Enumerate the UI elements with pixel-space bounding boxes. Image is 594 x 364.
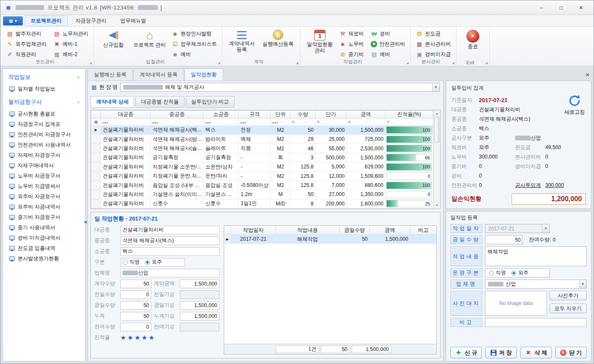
note-input[interactable] (485, 318, 587, 327)
hq-mgmt-cost-button[interactable]: ▦본사관리비 (414, 40, 453, 49)
column-header[interactable] (91, 111, 101, 118)
spare-work-button[interactable]: ▤예비 (369, 50, 407, 59)
progress-cell[interactable]: 100 (385, 125, 433, 134)
mid-type-field[interactable]: 석면재 해체공사(텍스) (120, 236, 219, 245)
today-amount-field[interactable]: 1,500,000 (180, 301, 219, 310)
total-input-link[interactable]: 공사투입계 (515, 182, 545, 189)
site-name-select[interactable]: 해체 및 제거공사 ▼ (120, 83, 440, 92)
close-panel-button[interactable]: 닫 기 (555, 347, 587, 358)
daily-work-status-mgmt-button[interactable]: 일작업현황 관리 (304, 28, 336, 55)
refresh-button[interactable]: 새로고침 (564, 93, 585, 116)
radio-outsourced[interactable] (145, 260, 150, 265)
dropdown-arrow-icon[interactable]: ▼ (579, 280, 586, 288)
scroll-thumb[interactable] (435, 117, 439, 143)
doc-tab-execution-budget[interactable]: 실행예산 등록 (88, 68, 133, 81)
sidebar-item[interactable]: 안전관리비 자금청구서 (3, 129, 85, 140)
app-menu-button[interactable]: ▦▾ (3, 16, 23, 25)
dialog-launcher-icon[interactable]: ◢ (485, 61, 488, 65)
menu-tab-manual[interactable]: 업무메뉴얼 (114, 16, 152, 26)
column-header[interactable]: 수량 (291, 111, 316, 118)
sidebar-item[interactable]: 자재구매내역서 (3, 160, 85, 171)
contract-qty-field[interactable]: 50 (120, 280, 151, 288)
column-header[interactable] (224, 226, 231, 234)
column-header[interactable]: 작업내용 (276, 226, 340, 234)
vertical-scrollbar[interactable]: ▲ ▼ (433, 110, 440, 208)
progress-cell[interactable]: 100 (385, 162, 433, 171)
column-header[interactable]: 금액 (370, 226, 410, 234)
work-checklist-button[interactable]: ☑업무체크리스트 (170, 40, 219, 49)
dialog-launcher-icon[interactable]: ◢ (218, 61, 220, 65)
total-qty-field[interactable]: 50 (120, 312, 151, 320)
grid-empty-area[interactable] (224, 244, 436, 344)
sidebar-item[interactable]: 전도금 입출내역 (3, 243, 85, 253)
dialog-launcher-icon[interactable]: ◢ (90, 61, 92, 65)
sidebar-item[interactable]: 중기 사용내역서 (3, 222, 85, 233)
remain-amount-field[interactable] (180, 323, 219, 331)
sidebar-item[interactable]: 공사현황 총괄표 (3, 109, 85, 119)
new-bid-button[interactable]: 신규입찰 (97, 28, 129, 49)
dropdown-arrow-icon[interactable]: ▼ (542, 224, 549, 233)
radio-direct[interactable] (122, 260, 128, 265)
project-mgmt-button[interactable]: ⌂프로젝트 관리 (131, 28, 168, 49)
sidebar-item[interactable]: 외주비 자금내역서 (3, 202, 85, 212)
labor-cost-button[interactable]: ☻노무비 (338, 40, 366, 49)
sidebar-item[interactable]: 본사발생원가현황 (3, 253, 85, 264)
progress-cell[interactable]: 0 (385, 171, 433, 180)
sidebar-item[interactable]: 경비 미지급내역서 (3, 233, 85, 243)
scroll-up-icon[interactable]: ▲ (434, 110, 440, 117)
sidebar-item-daily-work-report[interactable]: 일자별 작업일보 (3, 84, 85, 94)
close-document-icon[interactable]: ✕ (585, 72, 590, 78)
progress-cell[interactable]: 25 (385, 199, 433, 208)
subtab-unit-price-compare[interactable]: 실투입단가 비교 (186, 96, 234, 108)
employee-mgmt-button[interactable]: ✐직원관리 (5, 50, 48, 59)
sidebar-item[interactable]: 외주비 자금청구서 (3, 191, 85, 202)
subcontractor-mgmt-button[interactable]: ✎외주업체관리 (5, 40, 48, 49)
row-indicator[interactable]: ▶ (91, 125, 101, 134)
table-row[interactable]: ▶ 2017-07-21 해체작업 50 1,500,000 (224, 235, 436, 244)
execution-budget-register-button[interactable]: 실행예산등록 (259, 28, 297, 48)
unpaid-expense-button[interactable]: ▣경비미지급 (414, 50, 453, 59)
radio-outsourced[interactable] (511, 271, 516, 276)
dialog-launcher-icon[interactable]: ◢ (406, 61, 409, 65)
column-header[interactable]: 진척율(%) (385, 111, 433, 118)
new-button[interactable]: ✚신 규 (450, 347, 482, 358)
today-qty-field[interactable]: 50 (120, 301, 151, 310)
total-amount-field[interactable]: 1,500,000 (180, 312, 219, 320)
sidebar-item[interactable]: 자재비 자금청구서 (3, 150, 85, 160)
sidebar-item[interactable]: 노무비 자금청구서 (3, 171, 85, 181)
column-header[interactable]: 단가 (316, 111, 347, 118)
column-header[interactable]: 대공종 (101, 111, 151, 118)
prev-amount-field[interactable] (180, 290, 219, 299)
save-button[interactable]: 저 장 (485, 347, 517, 358)
sidebar-item[interactable]: 노무비 지급명세서 (3, 181, 85, 191)
work-date-select[interactable]: 2017-07-21▼ (485, 224, 550, 233)
sidebar-section-daily-report[interactable]: 작업일보∧ (3, 69, 85, 84)
expense-button[interactable]: ₩경비 (369, 29, 407, 38)
prev-qty-field[interactable]: 0 (120, 290, 151, 299)
subtab-progress-by-major[interactable]: 대공종별 진척율 (135, 96, 184, 108)
dialog-launcher-icon[interactable]: ◢ (296, 61, 298, 65)
major-type-field[interactable]: 건설폐기물처리비 (120, 226, 219, 234)
close-button[interactable]: ✕ (573, 3, 589, 13)
add-photo-button[interactable]: 사진추가 (550, 291, 587, 300)
doc-tab-contract-detail[interactable]: 계약내역서 등록 (133, 68, 184, 81)
column-header[interactable]: 중공종 (151, 111, 203, 118)
site-personnel-assign-button[interactable]: ☻현장인사발령 (170, 29, 219, 38)
advance-payment-button[interactable]: ✪전도금 (414, 29, 453, 38)
contract-detail-register-button[interactable]: 계약내역서 등록 (226, 28, 258, 54)
today-qty-input[interactable]: 50 (485, 235, 523, 244)
spare-1-button[interactable]: ✖예비-1 (52, 40, 90, 49)
spare-2-button[interactable]: ▦예비-2 (52, 50, 90, 59)
sidebar-section-monthly-funding[interactable]: 월자금청구서∧ (3, 94, 85, 109)
delete-button[interactable]: ✖삭 제 (520, 347, 552, 358)
progress-cell[interactable]: 66 (385, 153, 433, 162)
column-header[interactable]: 소공종 (203, 111, 239, 118)
dropdown-arrow-icon[interactable]: ▼ (432, 83, 439, 91)
column-header[interactable]: 작업일자 (231, 226, 276, 234)
column-header[interactable]: 금액 (347, 111, 385, 118)
sidebar-collapse-handle[interactable]: ◀ (83, 216, 88, 227)
work-content-textarea[interactable]: 해체작업 (485, 246, 587, 266)
radio-direct[interactable] (489, 271, 494, 276)
progress-star-rating[interactable]: ★★★★★ (120, 334, 156, 342)
sidebar-item[interactable]: 자금청구서 집계표 (3, 119, 85, 129)
